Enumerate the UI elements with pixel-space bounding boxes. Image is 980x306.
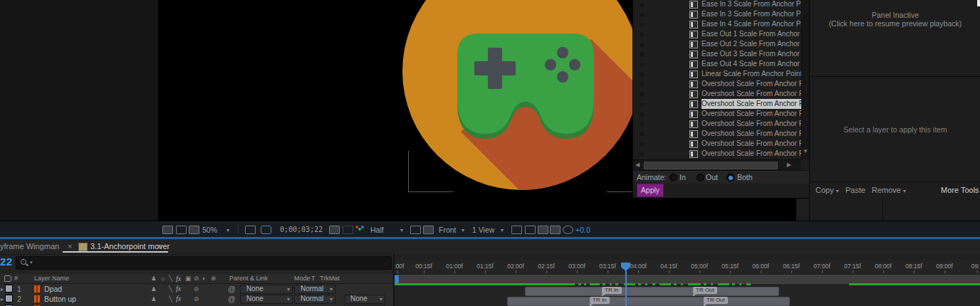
show-snapshot-icon[interactable] bbox=[343, 226, 353, 234]
monitor-icon[interactable] bbox=[176, 226, 187, 234]
close-icon[interactable]: × bbox=[68, 242, 72, 250]
fx-toggle-icon[interactable]: fx bbox=[176, 285, 181, 292]
favorite-star-icon[interactable]: ★ bbox=[638, 149, 645, 159]
channel-colors-icon[interactable] bbox=[355, 226, 365, 233]
fx-toggle-icon[interactable]: fx bbox=[176, 295, 181, 302]
preview-glasses-icon[interactable] bbox=[189, 226, 199, 234]
shy-toggle-icon[interactable]: ♟ bbox=[151, 295, 157, 302]
pickwhip-icon[interactable]: @ bbox=[228, 285, 236, 293]
list-item[interactable]: ★Ease Out 1 Scale From Anchor P bbox=[633, 29, 801, 39]
chevron-down-icon[interactable]: ▾ bbox=[462, 227, 464, 233]
favorite-star-icon[interactable]: ★ bbox=[638, 119, 645, 129]
current-timecode[interactable]: 22 bbox=[0, 255, 13, 268]
favorite-star-icon[interactable]: ★ bbox=[638, 59, 645, 69]
favorite-star-icon[interactable]: ★ bbox=[638, 29, 645, 39]
snapshot-camera-icon[interactable] bbox=[329, 226, 340, 234]
scrollbar-thumb[interactable] bbox=[644, 162, 778, 169]
list-item[interactable]: ★Overshoot Scale From Anchor Po bbox=[633, 79, 801, 89]
scroll-right-icon[interactable]: ▶ bbox=[787, 162, 791, 168]
layer-name[interactable]: Dpad bbox=[44, 285, 62, 293]
apply-button[interactable]: Apply bbox=[637, 184, 664, 197]
list-item[interactable]: ★Overshoot Scale From Anchor Po bbox=[633, 119, 801, 129]
panel-inactive-subtitle[interactable]: (Click here to resume preview playback) bbox=[810, 19, 980, 28]
list-item-selected[interactable]: ★Overshoot Scale From Anchor Po bbox=[633, 99, 801, 109]
scroll-left-icon[interactable]: ◀ bbox=[635, 162, 640, 168]
chevron-down-icon[interactable]: ▾ bbox=[501, 227, 504, 233]
list-item[interactable]: ★Ease In 4 Scale From Anchor Poi bbox=[633, 19, 801, 29]
chevron-down-icon[interactable]: ▾ bbox=[400, 227, 403, 233]
radio-out[interactable] bbox=[697, 174, 704, 181]
layer-name[interactable]: Button up bbox=[44, 295, 76, 303]
favorite-star-icon[interactable]: ★ bbox=[638, 139, 645, 149]
exposure-value[interactable]: +0.0 bbox=[575, 226, 590, 234]
list-item[interactable]: ★Overshoot Scale From Anchor Po bbox=[633, 109, 801, 119]
label-color-swatch[interactable] bbox=[5, 295, 13, 302]
scroll-down-icon[interactable]: ▼ bbox=[803, 148, 808, 154]
search-input[interactable]: ▾ bbox=[16, 256, 392, 270]
column-mode[interactable]: Mode bbox=[294, 275, 311, 282]
motion-blur-toggle-icon[interactable]: ⊘ bbox=[194, 285, 199, 292]
quality-toggle-icon[interactable]: ╲ bbox=[169, 295, 172, 302]
column-layer-name[interactable]: Layer Name bbox=[34, 275, 69, 282]
column-index[interactable]: # bbox=[14, 275, 18, 282]
mode-dropdown[interactable]: Normal▾ bbox=[294, 285, 335, 294]
favorite-star-icon[interactable]: ★ bbox=[638, 0, 645, 9]
twirl-icon[interactable]: ▸ bbox=[1, 286, 4, 292]
magnification-value[interactable]: 50% bbox=[202, 226, 217, 234]
region-of-interest-icon[interactable] bbox=[410, 226, 421, 234]
column-parent-link[interactable]: Parent & Link bbox=[229, 275, 268, 282]
pickwhip-icon[interactable]: @ bbox=[228, 295, 236, 303]
collapse-column-icon[interactable]: ☼ bbox=[160, 275, 166, 282]
chevron-down-icon[interactable]: ▾ bbox=[226, 227, 229, 233]
favorite-star-icon[interactable]: ★ bbox=[638, 19, 645, 29]
list-item[interactable]: ★Overshoot Scale From Anchor Po bbox=[633, 139, 801, 149]
list-item[interactable]: ★Ease Out 2 Scale From Anchor P bbox=[633, 39, 801, 49]
horizontal-scrollbar[interactable]: ◀ ▶ bbox=[633, 159, 801, 170]
parent-dropdown[interactable]: None▾ bbox=[240, 295, 293, 304]
favorite-star-icon[interactable]: ★ bbox=[638, 39, 645, 49]
column-t[interactable]: T bbox=[311, 275, 316, 282]
layer-marker[interactable]: TR In bbox=[590, 297, 610, 304]
flowchart-icon[interactable] bbox=[550, 226, 561, 234]
view-layout-value[interactable]: 1 View bbox=[472, 226, 494, 234]
layer-marker[interactable]: TR In bbox=[602, 287, 622, 294]
list-item[interactable]: ★Ease In 3 Scale From Anchor Poi bbox=[633, 9, 801, 19]
frame-blend-column-icon[interactable]: ▣ bbox=[185, 275, 191, 282]
list-item[interactable]: ★Overshoot Scale From Anchor Po bbox=[633, 149, 801, 159]
layer-row-button-up[interactable]: ▸ 2 Button up ♟ ╲ fx ⊘ @ None▾ Normal▾ N… bbox=[0, 294, 393, 305]
favorite-star-icon[interactable]: ★ bbox=[638, 49, 645, 59]
layer-marker[interactable]: TR Out bbox=[704, 297, 728, 304]
resolution-value[interactable]: Half bbox=[370, 226, 384, 234]
list-item[interactable]: ★Overshoot Scale From Anchor Po bbox=[633, 89, 801, 99]
exposure-shutter-icon[interactable] bbox=[563, 226, 573, 234]
view-angle-value[interactable]: Front bbox=[439, 226, 457, 234]
motion-blur-column-icon[interactable]: ⊘ bbox=[194, 275, 199, 282]
preset-list[interactable]: ★Ease In 3 Scale From Anchor Poi ★Ease I… bbox=[633, 0, 801, 159]
adjustment-column-icon[interactable]: ◐ bbox=[202, 275, 206, 282]
time-ruler[interactable]: 0:00f 00:15f 01:00f 01:15f 02:00f 02:15f… bbox=[395, 260, 980, 275]
share-view-icon[interactable] bbox=[511, 226, 522, 234]
grid-guides-icon[interactable] bbox=[245, 226, 256, 234]
transparency-grid-icon[interactable] bbox=[423, 226, 434, 234]
favorite-star-icon[interactable]: ★ bbox=[638, 109, 645, 119]
quality-column-icon[interactable]: ╲ bbox=[169, 275, 172, 282]
favorite-star-icon[interactable]: ★ bbox=[638, 129, 645, 139]
remove-button[interactable]: Remove ▾ bbox=[872, 186, 906, 194]
always-preview-icon[interactable] bbox=[162, 226, 173, 234]
radio-both[interactable] bbox=[726, 174, 734, 181]
layer-duration-bar[interactable] bbox=[525, 287, 779, 296]
more-tools-button[interactable]: More Tools ▾ bbox=[941, 186, 980, 194]
tab-keyframe-wingman[interactable]: yframe Wingman bbox=[0, 242, 59, 250]
layer-duration-bar[interactable] bbox=[507, 297, 790, 306]
motion-blur-toggle-icon[interactable]: ⊘ bbox=[194, 295, 199, 302]
copy-button[interactable]: Copy ▾ bbox=[815, 186, 839, 194]
shy-column-icon[interactable]: ♟ bbox=[151, 275, 157, 282]
3d-column-icon[interactable]: ⊕ bbox=[211, 275, 216, 282]
radio-out-label[interactable]: Out bbox=[706, 173, 718, 181]
list-item[interactable]: ★Overshoot Scale From Anchor Po bbox=[633, 129, 801, 139]
trkmat-dropdown[interactable]: None▾ bbox=[344, 295, 385, 304]
toolbar-timecode[interactable]: 0;00;03;22 bbox=[280, 226, 323, 233]
twirl-icon[interactable]: ▸ bbox=[1, 296, 4, 302]
panel-inactive-title[interactable]: Panel Inactive bbox=[810, 11, 980, 19]
favorite-star-icon[interactable]: ★ bbox=[638, 89, 645, 99]
